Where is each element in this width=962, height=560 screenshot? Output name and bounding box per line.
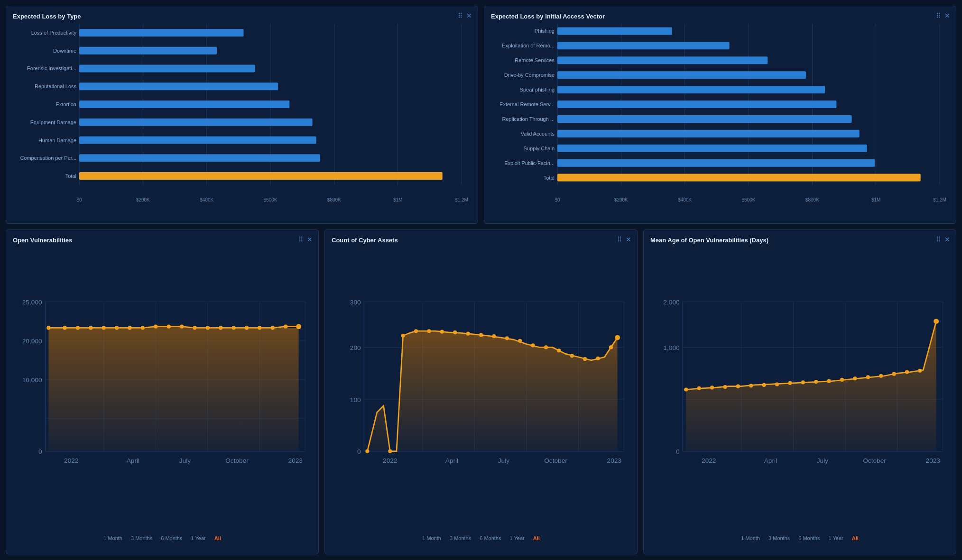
svg-text:Loss of Productivity: Loss of Productivity <box>31 30 77 36</box>
svg-point-93 <box>232 326 236 330</box>
grid-icon-bottom-center[interactable]: ⠿ <box>617 236 622 243</box>
svg-point-174 <box>905 370 909 374</box>
svg-rect-41 <box>557 42 730 49</box>
svg-point-121 <box>414 329 418 333</box>
svg-point-82 <box>89 326 92 330</box>
svg-rect-47 <box>557 86 825 93</box>
svg-text:$200K: $200K <box>136 197 150 202</box>
svg-point-137 <box>615 335 620 340</box>
svg-text:Remote Services: Remote Services <box>515 57 555 63</box>
panel-cyber-assets: Count of Cyber Assets ⠿ ✕ <box>324 230 638 554</box>
time-btn-3months-mean[interactable]: 3 Months <box>766 534 793 542</box>
panel-controls-bottom-right: ⠿ ✕ <box>936 236 950 243</box>
svg-point-175 <box>918 369 922 373</box>
svg-text:$600K: $600K <box>264 197 278 202</box>
svg-text:July: July <box>817 457 828 464</box>
svg-text:October: October <box>544 457 567 464</box>
svg-text:2022: 2022 <box>64 457 78 464</box>
close-icon-bottom-center[interactable]: ✕ <box>626 236 631 243</box>
svg-point-130 <box>531 343 535 347</box>
svg-point-85 <box>128 326 131 330</box>
svg-point-124 <box>453 330 457 334</box>
svg-point-171 <box>866 375 870 379</box>
svg-rect-9 <box>79 47 217 55</box>
svg-text:Exploit Public-Facin...: Exploit Public-Facin... <box>504 160 555 166</box>
svg-text:Supply Chain: Supply Chain <box>524 146 555 151</box>
svg-text:Replication Through ...: Replication Through ... <box>502 116 555 122</box>
svg-text:2023: 2023 <box>288 457 303 464</box>
panel-title-loss-by-type: Expected Loss by Type <box>13 13 471 20</box>
grid-icon-bottom-right[interactable]: ⠿ <box>936 236 941 243</box>
panel-expected-loss-by-vector: Expected Loss by Initial Access Vector ⠿… <box>484 6 956 224</box>
close-icon-top-left[interactable]: ✕ <box>466 12 472 19</box>
time-btn-all-assets[interactable]: All <box>530 534 543 542</box>
time-btn-1year-vuln[interactable]: 1 Year <box>188 534 208 542</box>
svg-text:Equipment Damage: Equipment Damage <box>30 119 76 125</box>
svg-text:$0: $0 <box>76 197 82 202</box>
panel-expected-loss-by-type: Expected Loss by Type ⠿ ✕ Loss of Produc… <box>6 6 478 224</box>
svg-text:2022: 2022 <box>383 457 397 464</box>
svg-point-119 <box>388 450 392 453</box>
svg-text:Total: Total <box>65 173 76 179</box>
svg-point-125 <box>466 332 470 336</box>
close-icon-top-right[interactable]: ✕ <box>944 12 950 19</box>
svg-text:$1M: $1M <box>393 197 402 202</box>
grid-icon-bottom-left[interactable]: ⠿ <box>298 236 303 243</box>
time-btn-1month-mean[interactable]: 1 Month <box>738 534 763 542</box>
panel-mean-age-vuln: Mean Age of Open Vulnerabilities (Days) … <box>643 230 956 554</box>
svg-text:10,000: 10,000 <box>22 376 42 384</box>
svg-point-168 <box>827 379 831 383</box>
time-btn-6months-vuln[interactable]: 6 Months <box>158 534 185 542</box>
svg-rect-51 <box>557 115 852 123</box>
svg-point-91 <box>206 326 210 330</box>
time-btn-6months-assets[interactable]: 6 Months <box>477 534 504 542</box>
svg-cyber-assets: 300 200 100 0 2022 April July October 20… <box>332 248 630 531</box>
svg-point-80 <box>63 326 66 330</box>
svg-text:100: 100 <box>350 396 361 404</box>
grid-icon-top-right[interactable]: ⠿ <box>936 12 941 19</box>
time-btn-6months-mean[interactable]: 6 Months <box>796 534 823 542</box>
time-btn-1month-vuln[interactable]: 1 Month <box>101 534 125 542</box>
svg-text:$1.2M: $1.2M <box>933 197 946 202</box>
svg-text:$400K: $400K <box>200 197 213 202</box>
svg-point-160 <box>723 385 727 389</box>
svg-point-131 <box>544 345 548 349</box>
svg-point-126 <box>479 333 483 337</box>
svg-point-132 <box>557 349 561 352</box>
svg-mean-age: 2,000 1,000 0 2022 April July October 20… <box>650 248 949 531</box>
svg-rect-21 <box>79 154 320 162</box>
svg-text:Downtime: Downtime <box>53 48 76 54</box>
svg-point-163 <box>762 383 766 387</box>
svg-rect-13 <box>79 83 278 90</box>
time-btn-all-mean[interactable]: All <box>849 534 861 542</box>
time-btn-3months-assets[interactable]: 3 Months <box>447 534 474 542</box>
svg-text:25,000: 25,000 <box>22 299 42 306</box>
svg-text:July: July <box>179 457 191 464</box>
close-icon-bottom-left[interactable]: ✕ <box>307 236 313 243</box>
time-btn-all-vuln[interactable]: All <box>212 534 224 542</box>
svg-point-128 <box>505 336 509 340</box>
svg-point-95 <box>258 326 261 330</box>
close-icon-bottom-right[interactable]: ✕ <box>944 236 950 243</box>
svg-point-158 <box>697 386 701 390</box>
time-btn-1month-assets[interactable]: 1 Month <box>419 534 444 542</box>
time-btn-1year-assets[interactable]: 1 Year <box>507 534 527 542</box>
grid-icon-top-left[interactable]: ⠿ <box>458 12 462 19</box>
line-chart-mean-age: 2,000 1,000 0 2022 April July October 20… <box>650 248 949 531</box>
svg-text:$0: $0 <box>555 197 560 202</box>
panel-title-mean-age: Mean Age of Open Vulnerabilities (Days) <box>650 237 949 244</box>
svg-text:April: April <box>764 457 777 464</box>
svg-point-127 <box>492 334 496 338</box>
svg-point-86 <box>141 326 145 330</box>
time-btn-3months-vuln[interactable]: 3 Months <box>128 534 155 542</box>
svg-text:Total: Total <box>544 175 555 181</box>
svg-point-94 <box>245 326 249 330</box>
time-btn-1year-mean[interactable]: 1 Year <box>825 534 846 542</box>
line-chart-cyber-assets: 300 200 100 0 2022 April July October 20… <box>332 248 630 531</box>
svg-point-173 <box>892 372 896 376</box>
svg-text:2023: 2023 <box>926 457 941 464</box>
svg-text:$800K: $800K <box>805 197 819 202</box>
svg-point-133 <box>570 354 574 358</box>
svg-point-89 <box>180 325 184 329</box>
svg-point-157 <box>684 387 688 391</box>
